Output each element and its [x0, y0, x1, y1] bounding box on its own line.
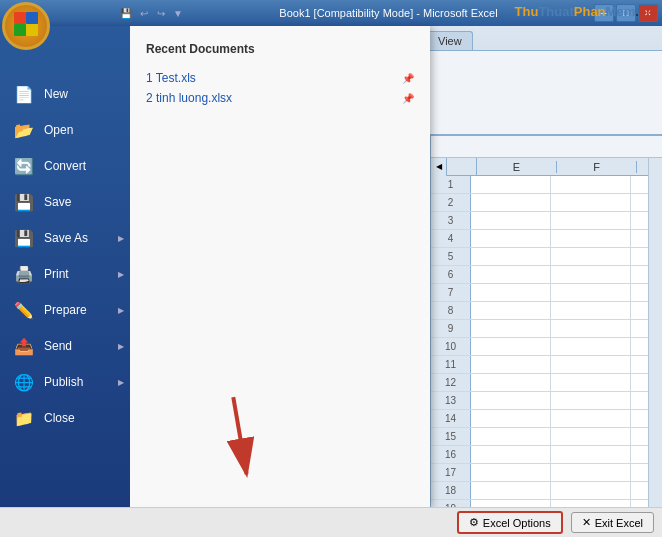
menu-item-new[interactable]: 📄 New	[0, 76, 130, 112]
grid-cell[interactable]	[551, 212, 631, 229]
prepare-icon: ✏️	[12, 298, 36, 322]
convert-icon: 🔄	[12, 154, 36, 178]
close-label: Close	[44, 411, 75, 425]
row-header: 10	[431, 338, 471, 355]
grid-cell[interactable]	[551, 302, 631, 319]
grid-cell[interactable]	[551, 356, 631, 373]
grid-cell[interactable]	[471, 446, 551, 463]
menu-sidebar: 📄 New 📂 Open 🔄 Convert 💾 Save 💾 Save As …	[0, 26, 130, 507]
grid-cell[interactable]	[471, 176, 551, 193]
menu-item-open[interactable]: 📂 Open	[0, 112, 130, 148]
recent-doc-2-pin[interactable]: 📌	[402, 93, 414, 104]
grid-cell[interactable]	[551, 392, 631, 409]
grid-cell[interactable]	[471, 320, 551, 337]
menu-item-convert[interactable]: 🔄 Convert	[0, 148, 130, 184]
grid-body: 1 2 3 4 5 6	[431, 176, 662, 537]
recent-doc-2-label: 2 tinh luong.xlsx	[146, 91, 232, 105]
excel-options-label: Excel Options	[483, 517, 551, 529]
grid-cell[interactable]	[551, 446, 631, 463]
formula-bar	[431, 136, 662, 158]
grid-cell[interactable]	[551, 176, 631, 193]
grid-cell[interactable]	[551, 464, 631, 481]
col-header-f: F	[557, 161, 637, 173]
svg-rect-1	[26, 12, 38, 24]
grid-cell[interactable]	[551, 194, 631, 211]
grid-cell[interactable]	[471, 374, 551, 391]
menu-item-prepare[interactable]: ✏️ Prepare ▶	[0, 292, 130, 328]
publish-arrow: ▶	[118, 378, 124, 387]
open-label: Open	[44, 123, 73, 137]
menu-item-print[interactable]: 🖨️ Print ▶	[0, 256, 130, 292]
save-icon: 💾	[12, 190, 36, 214]
grid-cell[interactable]	[471, 464, 551, 481]
grid-cell[interactable]	[471, 338, 551, 355]
recent-doc-2[interactable]: 2 tinh luong.xlsx 📌	[146, 88, 414, 108]
menu-item-save-as[interactable]: 💾 Save As ▶	[0, 220, 130, 256]
print-icon: 🖨️	[12, 262, 36, 286]
table-row: 6	[431, 266, 662, 284]
grid-cell[interactable]	[471, 482, 551, 499]
menu-item-publish[interactable]: 🌐 Publish ▶	[0, 364, 130, 400]
grid-cell[interactable]	[471, 428, 551, 445]
excel-options-button[interactable]: ⚙ Excel Options	[457, 511, 563, 534]
recent-doc-1-pin[interactable]: 📌	[402, 73, 414, 84]
table-row: 1	[431, 176, 662, 194]
table-row: 2	[431, 194, 662, 212]
svg-rect-2	[14, 24, 26, 36]
grid-cell[interactable]	[551, 266, 631, 283]
grid-cell[interactable]	[471, 230, 551, 247]
watermark-mem: Mem	[606, 4, 636, 19]
watermark-vn: vn	[639, 4, 654, 19]
row-header: 4	[431, 230, 471, 247]
row-header: 1	[431, 176, 471, 193]
grid-cell[interactable]	[551, 338, 631, 355]
table-row: 4	[431, 230, 662, 248]
grid-cell[interactable]	[471, 248, 551, 265]
col-header-e: E	[477, 161, 557, 173]
grid-cell[interactable]	[471, 392, 551, 409]
grid-cell[interactable]	[471, 284, 551, 301]
grid-cell[interactable]	[551, 230, 631, 247]
send-icon: 📤	[12, 334, 36, 358]
row-header: 15	[431, 428, 471, 445]
save-as-arrow: ▶	[118, 234, 124, 243]
table-row: 7	[431, 284, 662, 302]
tab-view[interactable]: View	[427, 31, 473, 50]
exit-excel-label: Exit Excel	[595, 517, 643, 529]
row-header: 16	[431, 446, 471, 463]
grid-cell[interactable]	[551, 320, 631, 337]
grid-cell[interactable]	[471, 302, 551, 319]
grid-cell[interactable]	[471, 212, 551, 229]
grid-cell[interactable]	[551, 482, 631, 499]
row-header: 8	[431, 302, 471, 319]
grid-cell[interactable]	[551, 284, 631, 301]
table-row: 9	[431, 320, 662, 338]
row-header: 11	[431, 356, 471, 373]
row-header: 14	[431, 410, 471, 427]
row-header: 3	[431, 212, 471, 229]
options-icon: ⚙	[469, 516, 479, 529]
vertical-scrollbar[interactable]	[648, 158, 662, 521]
grid-cell[interactable]	[471, 410, 551, 427]
office-button[interactable]	[2, 2, 50, 50]
menu-item-save[interactable]: 💾 Save	[0, 184, 130, 220]
grid-cell[interactable]	[551, 410, 631, 427]
row-header: 7	[431, 284, 471, 301]
recent-doc-1[interactable]: 1 Test.xls 📌	[146, 68, 414, 88]
menu-item-send[interactable]: 📤 Send ▶	[0, 328, 130, 364]
table-row: 18	[431, 482, 662, 500]
exit-excel-button[interactable]: ✕ Exit Excel	[571, 512, 654, 533]
grid-cell[interactable]	[471, 266, 551, 283]
grid-cell[interactable]	[471, 356, 551, 373]
grid-cell[interactable]	[551, 248, 631, 265]
watermark-phan: Phan	[574, 4, 606, 19]
collapse-button[interactable]: ◀	[431, 158, 447, 176]
grid-cell[interactable]	[551, 374, 631, 391]
convert-label: Convert	[44, 159, 86, 173]
menu-item-close[interactable]: 📁 Close	[0, 400, 130, 436]
grid-cell[interactable]	[551, 428, 631, 445]
print-label: Print	[44, 267, 69, 281]
grid-cell[interactable]	[471, 194, 551, 211]
table-row: 12	[431, 374, 662, 392]
table-row: 16	[431, 446, 662, 464]
